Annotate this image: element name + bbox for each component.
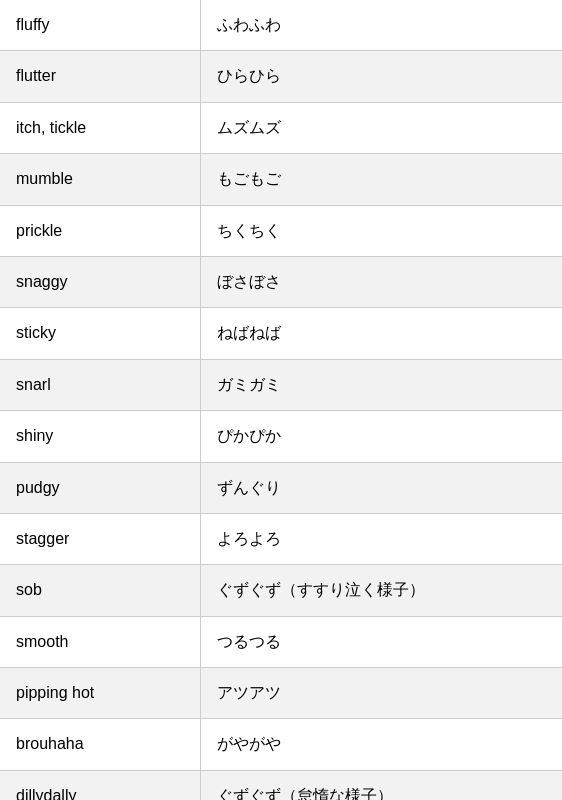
english-word: dillydally	[0, 770, 200, 800]
table-row: itch, tickleムズムズ	[0, 102, 562, 153]
japanese-word: がやがや	[200, 719, 562, 770]
japanese-word: ふわふわ	[200, 0, 562, 51]
table-row: snaggyぼさぼさ	[0, 256, 562, 307]
japanese-word: アツアツ	[200, 668, 562, 719]
english-word: flutter	[0, 51, 200, 102]
table-row: stickyねばねば	[0, 308, 562, 359]
table-row: dillydallyぐずぐず（怠惰な様子）	[0, 770, 562, 800]
japanese-word: ちくちく	[200, 205, 562, 256]
english-word: itch, tickle	[0, 102, 200, 153]
english-word: stagger	[0, 513, 200, 564]
english-word: snarl	[0, 359, 200, 410]
english-word: fluffy	[0, 0, 200, 51]
table-row: flutterひらひら	[0, 51, 562, 102]
table-row: prickleちくちく	[0, 205, 562, 256]
english-word: mumble	[0, 154, 200, 205]
table-row: pudgyずんぐり	[0, 462, 562, 513]
table-row: mumbleもごもご	[0, 154, 562, 205]
vocabulary-table: fluffyふわふわflutterひらひらitch, tickleムズムズmum…	[0, 0, 562, 800]
japanese-word: ぼさぼさ	[200, 256, 562, 307]
table-row: smoothつるつる	[0, 616, 562, 667]
table-row: fluffyふわふわ	[0, 0, 562, 51]
english-word: sob	[0, 565, 200, 616]
japanese-word: もごもご	[200, 154, 562, 205]
japanese-word: よろよろ	[200, 513, 562, 564]
english-word: shiny	[0, 411, 200, 462]
japanese-word: ムズムズ	[200, 102, 562, 153]
table-row: pipping hotアツアツ	[0, 668, 562, 719]
english-word: sticky	[0, 308, 200, 359]
japanese-word: ずんぐり	[200, 462, 562, 513]
japanese-word: ぴかぴか	[200, 411, 562, 462]
japanese-word: ねばねば	[200, 308, 562, 359]
table-row: sobぐずぐず（すすり泣く様子）	[0, 565, 562, 616]
english-word: prickle	[0, 205, 200, 256]
table-row: brouhahaがやがや	[0, 719, 562, 770]
table-row: staggerよろよろ	[0, 513, 562, 564]
english-word: brouhaha	[0, 719, 200, 770]
japanese-word: ひらひら	[200, 51, 562, 102]
english-word: smooth	[0, 616, 200, 667]
japanese-word: ガミガミ	[200, 359, 562, 410]
table-row: snarlガミガミ	[0, 359, 562, 410]
japanese-word: ぐずぐず（すすり泣く様子）	[200, 565, 562, 616]
english-word: snaggy	[0, 256, 200, 307]
english-word: pipping hot	[0, 668, 200, 719]
japanese-word: ぐずぐず（怠惰な様子）	[200, 770, 562, 800]
table-row: shinyぴかぴか	[0, 411, 562, 462]
japanese-word: つるつる	[200, 616, 562, 667]
english-word: pudgy	[0, 462, 200, 513]
